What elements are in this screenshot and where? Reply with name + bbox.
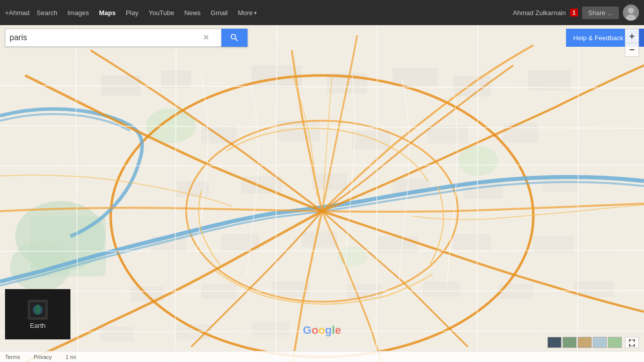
- svg-rect-20: [428, 126, 468, 143]
- search-input[interactable]: [10, 33, 201, 42]
- svg-rect-21: [503, 123, 538, 142]
- clear-search-button[interactable]: ✕: [201, 34, 211, 42]
- terms-link[interactable]: Terms: [5, 354, 20, 360]
- map-type-biking[interactable]: [608, 337, 622, 348]
- svg-rect-39: [498, 284, 533, 299]
- nav-news[interactable]: News: [179, 0, 206, 25]
- map-canvas[interactable]: [0, 25, 644, 362]
- earth-thumbnail: [28, 300, 48, 320]
- svg-point-60: [35, 305, 41, 315]
- privacy-link[interactable]: Privacy: [34, 354, 52, 360]
- avatar[interactable]: [623, 5, 639, 21]
- map-container[interactable]: [0, 25, 644, 362]
- earth-toggle[interactable]: Earth: [5, 289, 70, 339]
- bottombar: Terms · Privacy · 1 mi: [0, 351, 644, 362]
- svg-rect-43: [252, 322, 289, 337]
- help-feedback-button[interactable]: Help & Feedback: [566, 29, 630, 47]
- share-button[interactable]: Share ...: [582, 7, 619, 19]
- nav-maps[interactable]: Maps: [94, 0, 121, 25]
- nav-youtube[interactable]: YouTube: [143, 0, 179, 25]
- more-dropdown-arrow: ▾: [254, 10, 257, 16]
- map-type-terrain[interactable]: [562, 337, 577, 348]
- zoom-out-button[interactable]: −: [625, 43, 639, 57]
- nav-images[interactable]: Images: [62, 0, 94, 25]
- svg-rect-38: [423, 282, 460, 297]
- search-input-wrap: ✕: [5, 29, 221, 47]
- svg-rect-41: [101, 327, 133, 342]
- map-type-transit[interactable]: [593, 337, 607, 348]
- nav-more[interactable]: More ▾: [233, 0, 262, 25]
- expand-icon-svg: [628, 338, 636, 346]
- earth-thumbnail-icon: [30, 302, 45, 317]
- search-icon: [229, 33, 239, 43]
- user-name[interactable]: Ahmad Zulkarnain: [513, 9, 566, 17]
- map-type-traffic[interactable]: [578, 337, 592, 348]
- expand-icon[interactable]: [625, 337, 639, 348]
- nav-gmail[interactable]: Gmail: [206, 0, 233, 25]
- notification-badge[interactable]: 1: [570, 9, 578, 17]
- nav-play[interactable]: Play: [121, 0, 143, 25]
- scale-indicator: 1 mi: [65, 354, 76, 360]
- separator-2: ·: [58, 354, 59, 360]
- searchbar: ✕: [5, 29, 248, 47]
- topbar-right: Ahmad Zulkarnain 1 Share ...: [513, 5, 639, 21]
- topbar: +Ahmad Search Images Maps Play YouTube N…: [0, 0, 644, 25]
- search-button[interactable]: [221, 29, 248, 47]
- zoom-in-button[interactable]: +: [625, 29, 639, 43]
- google-plus-indicator[interactable]: +Ahmad: [5, 9, 32, 17]
- map-type-icons: [547, 337, 622, 348]
- svg-rect-32: [453, 234, 491, 250]
- map-type-satellite[interactable]: [547, 337, 561, 348]
- earth-label: Earth: [30, 322, 45, 329]
- separator-1: ·: [26, 354, 28, 360]
- nav-search[interactable]: Search: [32, 0, 62, 25]
- svg-point-1: [628, 8, 634, 14]
- svg-rect-23: [242, 176, 282, 194]
- zoom-controls: + −: [625, 29, 639, 57]
